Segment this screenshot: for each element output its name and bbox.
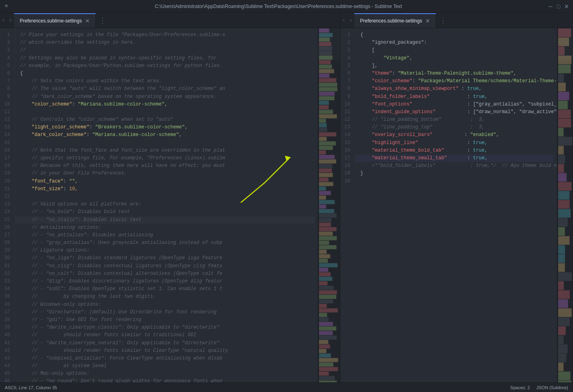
main-content: ‹ › Preferences.sublime-settings ✕ ⋮ 123… [0, 13, 573, 382]
line-number: 39 [3, 324, 10, 331]
code-line: ], [360, 62, 554, 70]
code-line: "material_theme_bold_tab" : true, [360, 147, 554, 154]
close-button[interactable]: ✕ [563, 4, 570, 9]
line-number: 43 [3, 355, 10, 362]
line-number: 2 [3, 39, 10, 47]
left-code-area[interactable]: // Place your settings in the file "Pack… [15, 28, 318, 382]
code-line: // The value "auto" will switch between … [20, 85, 315, 93]
line-number: 31 [3, 262, 10, 270]
code-line: // - "no_antialias": Disables antialiasi… [20, 232, 315, 239]
code-line: // Because of this, setting them here wi… [20, 162, 315, 170]
right-minimap[interactable] [557, 28, 573, 382]
line-number: 10 [3, 101, 10, 108]
minimize-button[interactable]: ─ [547, 4, 554, 9]
code-line: "light_color_scheme": "Breakers.sublime-… [20, 124, 315, 131]
line-number: 26 [3, 224, 10, 232]
line-number: 20 [3, 178, 10, 185]
code-line: // Sets the colors used within the text … [20, 77, 315, 85]
left-line-numbers: 1234567891011121314151617181920212223242… [0, 28, 15, 382]
right-tabbar: ‹ › Preferences.sublime-settings ✕ ⋮ [340, 13, 573, 28]
line-number: 12 [3, 116, 10, 124]
line-number: 4 [3, 55, 10, 62]
left-nav-prev[interactable]: ‹ [0, 13, 7, 28]
code-line: // in your User File Preferences. [20, 170, 315, 177]
code-line: // "line_padding_bottom" : 3, [360, 116, 554, 124]
right-tab-label: Preferences.sublime-settings [360, 18, 422, 24]
code-line: "ignored_packages": [360, 39, 554, 47]
line-number: 19 [343, 170, 350, 177]
left-nav-next[interactable]: › [7, 13, 14, 28]
line-number: 18 [343, 162, 350, 170]
code-line: "color_scheme": "Mariana.sublime-color-s… [20, 101, 315, 108]
statusbar: ASCII, Line 17, Column 35 Spaces: 2 JSON… [0, 382, 573, 392]
right-editor-content[interactable]: 1234567891011121314151617181920 { "ignor… [340, 28, 573, 382]
line-number: 14 [3, 131, 10, 139]
left-editor-content[interactable]: 1234567891011121314151617181920212223242… [0, 28, 340, 382]
line-number: 17 [343, 154, 350, 162]
line-number: 36 [3, 301, 10, 309]
code-line: // specific settings file, for example, … [20, 154, 315, 162]
titlebar: ≡ C:\Users\Administrator\AppData\Roaming… [0, 0, 573, 13]
code-line: "highlight_line" : true, [360, 139, 554, 147]
code-line: // - "dlig": Enables discretionary ligat… [20, 278, 315, 285]
line-number: 28 [3, 239, 10, 247]
code-line: // Antialiasing options: [20, 224, 315, 232]
left-tab-label: Preferences.sublime-settings [20, 18, 82, 24]
line-number: 45 [3, 370, 10, 378]
code-line: "theme": "Material-Theme-Palenight.subli… [360, 70, 554, 77]
line-number: 33 [3, 278, 10, 285]
code-line: // - "dwrite_cleartype_natural": Only ap… [20, 339, 315, 347]
left-editor-pane: ‹ › Preferences.sublime-settings ✕ ⋮ 123… [0, 13, 340, 382]
code-line [20, 108, 315, 116]
line-number: 24 [3, 208, 10, 216]
code-line: // - "no_bold": Disables bold text [20, 208, 315, 216]
line-number: 6 [3, 70, 10, 77]
line-number: 25 [3, 216, 10, 224]
right-tab-preferences[interactable]: Preferences.sublime-settings ✕ [354, 13, 436, 28]
line-number: 18 [3, 162, 10, 170]
code-line: // - "no_calt": Disables contextual alte… [20, 270, 315, 278]
right-code-area[interactable]: { "ignored_packages": [ "Vintage", ], "t… [356, 28, 557, 382]
line-number: 6 [343, 70, 350, 77]
line-number: 4 [343, 55, 350, 62]
code-line: } [360, 170, 554, 177]
right-tab-close-icon[interactable]: ✕ [425, 18, 430, 24]
code-line: // at system level [20, 362, 315, 370]
code-line: // - "no_liga": Disables standard ligatu… [20, 254, 315, 262]
line-number: 46 [3, 378, 10, 382]
code-line: "material_theme_small_tab" : true, [356, 154, 554, 162]
left-tab-preferences[interactable]: Preferences.sublime-settings ✕ [14, 13, 96, 28]
left-minimap[interactable] [318, 28, 340, 382]
code-line: "font_size": 10, [20, 185, 315, 193]
right-nav-prev[interactable]: ‹ [340, 13, 347, 28]
right-tab-menu-icon[interactable]: ⋮ [436, 13, 450, 28]
left-tab-close-icon[interactable]: ✕ [85, 18, 90, 24]
code-line: "overlay_scroll_bars" : "enabled", [360, 131, 554, 139]
left-tab-menu-icon[interactable]: ⋮ [96, 13, 110, 28]
maximize-button[interactable]: □ [555, 4, 562, 9]
code-line: // - "no_clig": Disables contextual liga… [20, 262, 315, 270]
code-line: // Place your settings in the file "Pack… [20, 31, 315, 39]
line-number: 10 [343, 101, 350, 108]
statusbar-filetype: JSON (Sublime) [536, 385, 568, 390]
app-icon: ≡ [3, 3, 10, 10]
code-line: // - "directwrite": (default) Use Direct… [20, 309, 315, 316]
line-number: 13 [343, 124, 350, 131]
code-line: // Valid options on all platforms are: [20, 201, 315, 208]
line-number: 32 [3, 270, 10, 278]
code-line: // Windows-only options: [20, 301, 315, 309]
line-number: 9 [343, 93, 350, 101]
code-line: // Ligature options: [20, 247, 315, 254]
window-controls: ─ □ ✕ [547, 4, 570, 9]
right-line-numbers: 1234567891011121314151617181920 [340, 28, 356, 382]
line-number: 21 [3, 185, 10, 193]
window-title: C:\Users\Administrator\AppData\Roaming\S… [13, 4, 544, 9]
code-line: // example, in Packages/User/Python.subl… [20, 62, 315, 70]
right-nav-next[interactable]: › [347, 13, 355, 28]
line-number: 15 [343, 139, 350, 147]
line-number: 23 [3, 201, 10, 208]
line-number: 8 [3, 85, 10, 93]
line-number: 9 [3, 93, 10, 101]
code-line: { [360, 31, 554, 39]
code-line: // "dark_color_scheme" based on the oper… [20, 93, 315, 101]
